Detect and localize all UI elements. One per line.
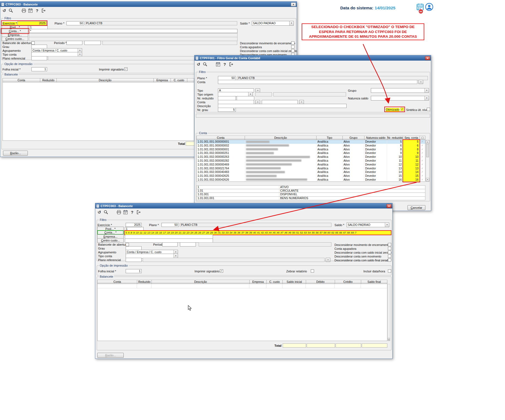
periodo-field-1[interactable] xyxy=(66,41,82,45)
col-header[interactable]: Grupo xyxy=(343,136,364,140)
table-row[interactable]: 1.01.001.002.000000282 Analítica Ativo D… xyxy=(197,159,425,163)
razao-button[interactable]: Razão... xyxy=(3,151,28,156)
centro-custo-field[interactable] xyxy=(29,37,237,41)
row-checkbox[interactable]: ✓ xyxy=(420,151,425,155)
natureza-saldo-select[interactable]: ▼ xyxy=(371,96,429,101)
col-header[interactable]: C. custo xyxy=(267,280,283,284)
undo-icon[interactable]: ↺ xyxy=(2,8,7,13)
row-checkbox[interactable]: ✓ xyxy=(420,140,425,144)
print-icon[interactable] xyxy=(117,210,121,215)
table-row[interactable]: 1.01.001.002.000040483 Analítica Ativo D… xyxy=(197,170,425,174)
col-header[interactable]: Nr. reduzido xyxy=(387,136,403,140)
table-row[interactable]: 1.01.001.002.000000251 Analítica Ativo D… xyxy=(197,151,425,155)
undo-icon[interactable]: ↺ xyxy=(97,210,102,215)
row-checkbox[interactable]: ✓ xyxy=(420,155,425,159)
imprimir-signatario-checkbox[interactable]: ✓ xyxy=(124,67,128,71)
plano-referencial-field[interactable] xyxy=(31,56,47,60)
table-row[interactable]: 1.01.001.002.000021764 Analítica Ativo D… xyxy=(197,167,425,170)
chk-saldo-inicial-checkbox[interactable] xyxy=(388,251,391,254)
row-checkbox[interactable]: ✓ xyxy=(420,144,425,148)
tipo-lookup-button[interactable]: » xyxy=(255,88,260,93)
conta-field[interactable] xyxy=(218,80,417,84)
table-row[interactable]: 1.01.001.002.000042625 Analítica Ativo D… xyxy=(197,174,425,178)
titlebar[interactable]: CTPFC003 - Balancete × xyxy=(0,2,297,7)
col-header[interactable]: Descrição xyxy=(245,136,317,140)
table-row[interactable]: 1.01.001.002.000000263 Analítica Ativo D… xyxy=(197,155,425,159)
balancete-table-body[interactable] xyxy=(2,82,194,141)
exercicio-field[interactable]: 2025 xyxy=(17,21,47,25)
balancete-table-body[interactable] xyxy=(97,284,387,341)
chk-agupadora-checkbox[interactable] xyxy=(388,247,391,250)
scroll-down-icon[interactable]: ▼ xyxy=(388,338,390,341)
help-icon[interactable]: ? xyxy=(35,8,39,13)
conta-lookup-button[interactable]: » xyxy=(418,80,423,84)
row-checkbox[interactable]: ✓ xyxy=(420,163,425,167)
folha-inicial-field[interactable]: 1 xyxy=(126,269,142,273)
col-header[interactable]: Natureza saldo xyxy=(364,136,387,140)
folha-inicial-field[interactable]: 1 xyxy=(31,67,47,71)
conta2-lookup-1[interactable]: » xyxy=(255,100,260,104)
close-icon[interactable]: × xyxy=(387,204,391,208)
nr-reduzido-field-1[interactable] xyxy=(218,96,236,100)
calendar-icon[interactable] xyxy=(123,210,128,215)
user-icon[interactable] xyxy=(425,3,433,11)
col-header[interactable]: Crédito xyxy=(335,280,361,284)
col-header[interactable]: Conta xyxy=(97,280,137,284)
table-row[interactable]: 1.01.001.002.000000469 Analítica Ativo D… xyxy=(197,163,425,167)
chk-encerramento-checkbox[interactable] xyxy=(291,41,295,45)
row-checkbox[interactable]: ✓ xyxy=(420,178,425,182)
scroll-down-icon[interactable]: ▼ xyxy=(426,178,429,181)
table-row[interactable]: 1.01.001.002.000000001 Analítica Ativo D… xyxy=(197,148,425,151)
plano-code-field[interactable]: 50 xyxy=(218,76,236,80)
titlebar[interactable]: CTPFC003 - Balancete × xyxy=(95,203,392,208)
undo-icon[interactable]: ↺ xyxy=(196,62,201,67)
conta-field[interactable]: * xyxy=(29,29,237,33)
search-icon[interactable] xyxy=(104,210,108,215)
chk-saldo-final-checkbox[interactable] xyxy=(388,258,391,262)
table-row[interactable]: 1.01.001.001.000000001 Analítica Ativo D… xyxy=(197,140,425,144)
col-header[interactable]: Tipo xyxy=(317,136,343,140)
conta2-field-1[interactable] xyxy=(218,100,254,104)
chk-saldo-inicial-checkbox[interactable] xyxy=(291,49,295,52)
cancelar-button[interactable]: Cancelar xyxy=(407,205,425,210)
grupo-select[interactable]: ▼ xyxy=(371,88,429,93)
chk-agupadora-checkbox[interactable] xyxy=(291,45,295,48)
periodo-field-2[interactable] xyxy=(84,41,101,45)
incluir-data-checkbox[interactable] xyxy=(388,269,391,273)
help-icon[interactable]: ? xyxy=(222,62,227,67)
scroll-up-icon[interactable]: ▲ xyxy=(426,140,429,144)
select-column-header[interactable] xyxy=(420,136,425,140)
col-header[interactable]: C. custo xyxy=(171,78,187,82)
help-icon[interactable]: ? xyxy=(130,210,134,215)
close-icon[interactable]: × xyxy=(425,56,430,60)
calendar-icon[interactable] xyxy=(28,8,33,13)
conta-button[interactable]: Conta... * xyxy=(97,230,124,235)
col-header[interactable]: Reduzido xyxy=(40,78,57,82)
otimizado-checkbox[interactable]: ✓ xyxy=(401,108,404,111)
plano-code-field[interactable]: 50 xyxy=(161,223,179,227)
empresa-field[interactable] xyxy=(125,235,213,239)
exercicio-field[interactable]: 2025 xyxy=(126,223,142,227)
balancete-abertura-checkbox[interactable] xyxy=(126,243,129,246)
col-header[interactable]: Conta xyxy=(196,136,245,140)
nr-reduzido-field-2[interactable] xyxy=(237,96,254,100)
nr-grau-field[interactable]: 5 xyxy=(218,108,236,112)
plano-referencial-lookup[interactable]: » xyxy=(326,258,330,262)
table-scrollbar[interactable]: ▼ xyxy=(388,284,390,341)
col-header[interactable]: Empresa xyxy=(250,280,267,284)
search-icon[interactable] xyxy=(203,62,207,67)
descricao-field[interactable] xyxy=(218,104,347,108)
row-checkbox[interactable]: ✓ xyxy=(420,148,425,151)
table-row[interactable]: 1.01.001.001.000000002 Analítica Ativo D… xyxy=(197,144,425,148)
row-checkbox[interactable]: ✓ xyxy=(420,174,425,178)
exit-icon[interactable] xyxy=(41,8,46,13)
close-icon[interactable]: × xyxy=(291,2,296,6)
plano-referencial-field[interactable] xyxy=(126,258,142,262)
table-row[interactable]: 1.01.001.002.000042626 Analítica Ativo D… xyxy=(197,178,425,182)
print-icon[interactable] xyxy=(21,8,26,13)
col-header[interactable]: Empresa xyxy=(154,78,171,82)
calendar-icon[interactable] xyxy=(216,62,220,67)
row-checkbox[interactable]: ✓ xyxy=(420,167,425,170)
sintetica-checkbox[interactable] xyxy=(427,108,430,111)
chk-encerramento-checkbox[interactable] xyxy=(388,243,391,246)
